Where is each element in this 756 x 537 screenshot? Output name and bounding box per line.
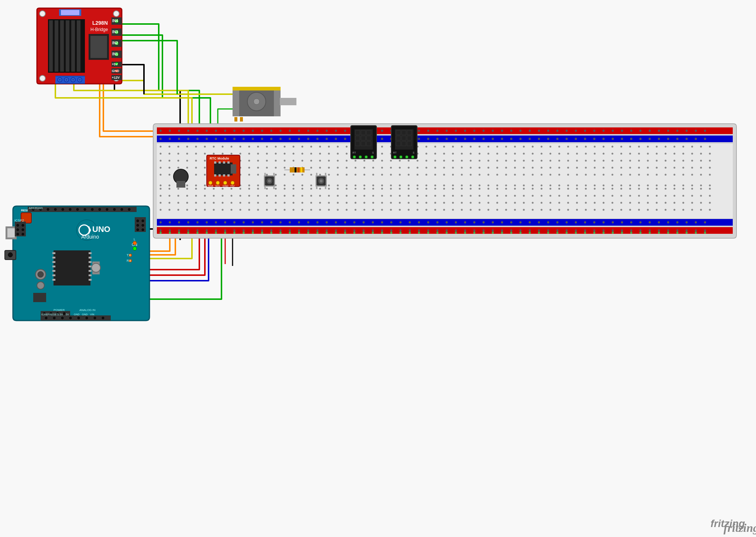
fritzing-logo: fritzing [711,518,745,530]
circuit-diagram [0,0,756,537]
